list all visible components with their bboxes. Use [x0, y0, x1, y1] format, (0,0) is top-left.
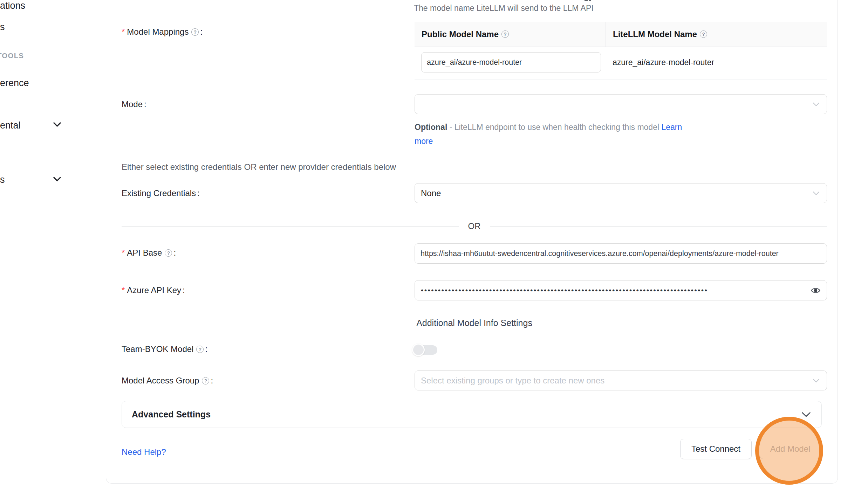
- team-byok-label: Team-BYOK Model ? :: [122, 344, 207, 354]
- public-model-name-input[interactable]: [422, 58, 601, 67]
- masked-api-key: ••••••••••••••••••••••••••••••••••••••••…: [415, 286, 811, 295]
- advanced-settings-panel[interactable]: Advanced Settings: [122, 401, 822, 428]
- additional-settings-divider: Additional Model Info Settings: [122, 318, 827, 328]
- api-base-input-wrap: [415, 243, 827, 264]
- azure-api-key-label: * Azure API Key :: [122, 285, 185, 295]
- chevron-down-icon: [813, 191, 820, 195]
- sidebar-item-organizations[interactable]: ations: [0, 0, 25, 11]
- model-access-group-select[interactable]: Select existing groups or type to create…: [415, 370, 827, 390]
- eye-icon[interactable]: [811, 287, 820, 294]
- existing-credentials-label: Existing Credentials:: [122, 188, 200, 198]
- credentials-note: Either select existing credentials OR en…: [122, 162, 396, 172]
- help-icon[interactable]: ?: [196, 346, 204, 353]
- clipped-text-fragment: [589, 0, 591, 1]
- sidebar-item-experimental[interactable]: ental: [0, 120, 21, 131]
- sidebar-item-reference[interactable]: erence: [0, 78, 29, 89]
- sidebar-section-tools: TOOLS: [0, 51, 24, 60]
- api-base-input[interactable]: [415, 249, 827, 258]
- help-icon[interactable]: ?: [501, 30, 509, 38]
- chevron-down-icon: [813, 379, 820, 383]
- chevron-down-icon: [801, 412, 811, 417]
- mode-label: Mode:: [122, 99, 146, 109]
- column-header-litellm-model-name: LiteLLM Model Name ?: [606, 22, 827, 47]
- mode-select[interactable]: [415, 94, 827, 114]
- litellm-model-name-helper: The model name LiteLLM will send to the …: [414, 4, 594, 13]
- add-model-form-page: ations s TOOLS erence ental s The model …: [0, 0, 868, 485]
- sidebar-item-1[interactable]: s: [0, 22, 5, 33]
- required-asterisk: *: [122, 285, 125, 295]
- api-base-label: * API Base ? :: [122, 248, 176, 258]
- help-icon[interactable]: ?: [165, 249, 172, 257]
- chevron-down-icon[interactable]: [53, 177, 61, 182]
- model-mappings-label: * Model Mappings ? :: [122, 27, 203, 37]
- test-connect-button[interactable]: Test Connect: [680, 439, 752, 459]
- need-help-link[interactable]: Need Help?: [122, 447, 166, 457]
- chevron-down-icon: [813, 102, 820, 106]
- team-byok-toggle-knob[interactable]: [412, 344, 425, 356]
- azure-api-key-input[interactable]: ••••••••••••••••••••••••••••••••••••••••…: [415, 280, 827, 300]
- mode-helper-text: Optional - LiteLLM endpoint to use when …: [415, 120, 700, 148]
- table-row: azure_ai/azure-model-router: [415, 47, 827, 79]
- required-asterisk: *: [122, 27, 125, 37]
- help-icon[interactable]: ?: [191, 28, 199, 36]
- or-divider: OR: [122, 221, 827, 231]
- clipped-text-fragment: [585, 0, 588, 1]
- litellm-model-name-value: azure_ai/azure-model-router: [613, 58, 714, 67]
- help-icon[interactable]: ?: [202, 377, 209, 384]
- column-header-public-model-name: Public Model Name ?: [415, 22, 606, 47]
- model-access-group-label: Model Access Group ? :: [122, 376, 213, 386]
- existing-credentials-select[interactable]: None: [415, 183, 827, 203]
- sidebar-item-settings[interactable]: s: [0, 174, 5, 185]
- help-icon[interactable]: ?: [700, 30, 707, 38]
- chevron-down-icon[interactable]: [53, 122, 61, 127]
- annotation-highlight-circle: [755, 417, 823, 485]
- required-asterisk: *: [122, 248, 125, 258]
- model-mappings-table-header: Public Model Name ? LiteLLM Model Name ?: [415, 22, 827, 47]
